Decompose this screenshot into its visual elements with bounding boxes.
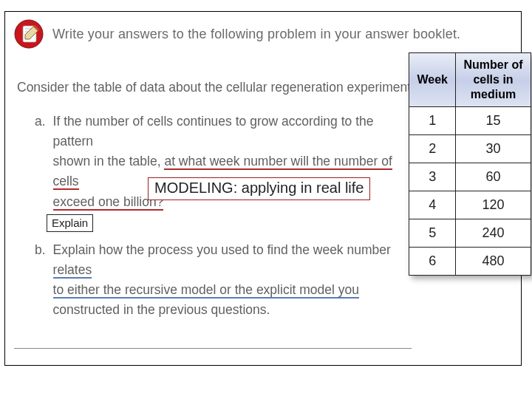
instruction-text: Write your answers to the following prob…: [52, 27, 460, 42]
table-row: 6 480: [409, 248, 531, 276]
table-row: 2 30: [409, 135, 531, 163]
cell-cells: 480: [456, 248, 531, 276]
table-header-row: Week Number of cells in medium: [409, 53, 531, 107]
qb-line1b-underlined: relates: [53, 262, 92, 279]
explain-annotation: Explain: [47, 214, 93, 232]
cell-cells: 30: [456, 135, 531, 163]
question-b-label: b.: [35, 240, 46, 321]
write-answer-icon: [13, 18, 45, 50]
bottom-rule: [14, 348, 412, 349]
cell-week: 3: [409, 163, 456, 191]
header-row: Write your answers to the following prob…: [5, 12, 521, 53]
problem-frame: Write your answers to the following prob…: [4, 11, 522, 366]
qb-line2-underlined: to either the recursive model or the exp…: [53, 282, 359, 299]
data-table: Week Number of cells in medium 1 15 2 30…: [409, 52, 531, 276]
qb-line1a: Explain how the process you used to find…: [53, 242, 391, 257]
cell-week: 5: [409, 219, 456, 248]
cell-cells: 15: [456, 107, 531, 135]
header-week: Week: [409, 53, 456, 107]
cell-cells: 120: [456, 191, 531, 219]
cell-week: 4: [409, 191, 456, 219]
header-cells: Number of cells in medium: [456, 53, 531, 107]
table-row: 4 120: [409, 191, 531, 219]
cell-week: 1: [409, 107, 456, 135]
modeling-annotation: MODELING: applying in real life: [148, 177, 370, 200]
table-row: 5 240: [409, 219, 531, 248]
question-b-text: Explain how the process you used to find…: [53, 240, 408, 321]
cell-cells: 60: [456, 163, 531, 191]
cell-cells: 240: [456, 219, 531, 248]
cell-week: 6: [409, 248, 456, 276]
qa-line2a: shown in the table,: [53, 154, 165, 168]
qa-line3-underlined: exceed one billion?: [53, 194, 164, 211]
qb-line3: constructed in the previous questions.: [53, 302, 270, 317]
table-row: 3 60: [409, 163, 531, 191]
cell-week: 2: [409, 135, 456, 163]
qa-line1: If the number of cells continues to grow…: [53, 114, 374, 149]
table-row: 1 15: [409, 107, 531, 135]
question-a-label: a.: [35, 112, 46, 212]
